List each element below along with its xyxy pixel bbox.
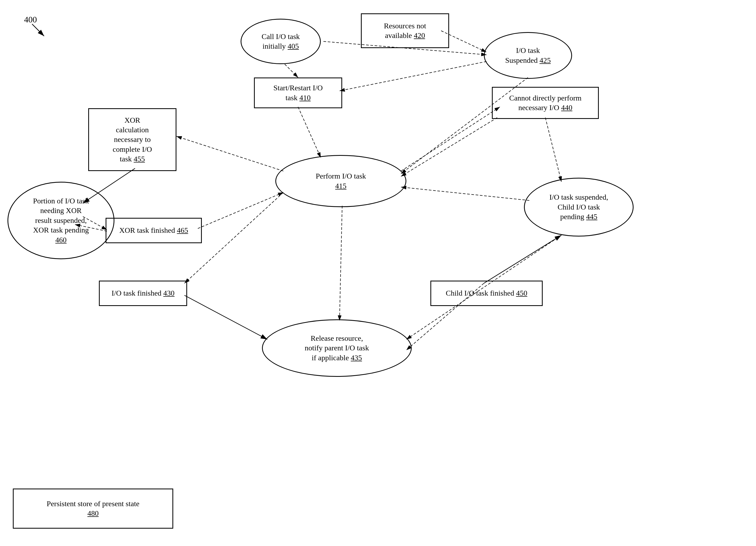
node-415: Perform I/O task415 bbox=[275, 155, 406, 207]
node-450-label: Child I/O task finished bbox=[446, 289, 516, 297]
node-405: Call I/O taskinitially 405 bbox=[241, 19, 321, 64]
node-440-ref: 440 bbox=[561, 103, 572, 112]
node-445: I/O task suspended,Child I/O taskpending… bbox=[524, 178, 634, 237]
node-430: I/O task finished 430 bbox=[99, 281, 187, 306]
node-425-label: I/O taskSuspended bbox=[505, 46, 540, 64]
svg-line-23 bbox=[484, 235, 561, 283]
svg-line-15 bbox=[198, 192, 283, 229]
svg-line-18 bbox=[184, 295, 267, 339]
node-445-label: I/O task suspended,Child I/O taskpending bbox=[549, 193, 608, 221]
node-415-label: Perform I/O task bbox=[316, 172, 366, 180]
node-465-label: XOR task finished bbox=[119, 226, 177, 234]
node-440: Cannot directly performnecessary I/O 440 bbox=[492, 87, 599, 119]
node-450-ref: 450 bbox=[516, 289, 527, 297]
node-435-ref: 435 bbox=[351, 354, 362, 362]
node-465: XOR task finished 465 bbox=[106, 218, 202, 243]
node-455-label: XORcalculationnecessary tocomplete I/Ota… bbox=[113, 116, 152, 163]
label-400: 400 bbox=[24, 15, 37, 25]
node-460: Portion of I/O taskneeding XORresult sus… bbox=[7, 182, 114, 259]
svg-line-17 bbox=[340, 206, 342, 321]
svg-line-11 bbox=[545, 118, 561, 182]
node-420: Resources notavailable 420 bbox=[361, 13, 449, 48]
node-435: Release resource,notify parent I/O taski… bbox=[262, 319, 412, 377]
svg-line-22 bbox=[401, 187, 529, 200]
node-430-label: I/O task finished bbox=[111, 289, 163, 297]
node-460-ref: 460 bbox=[55, 236, 67, 244]
node-455-ref: 455 bbox=[134, 155, 145, 163]
svg-line-5 bbox=[285, 64, 298, 78]
svg-line-16 bbox=[176, 136, 283, 171]
node-420-ref: 420 bbox=[414, 31, 425, 40]
node-425: I/O taskSuspended 425 bbox=[484, 32, 572, 79]
node-465-ref: 465 bbox=[177, 226, 188, 234]
svg-line-7 bbox=[298, 107, 321, 158]
node-480-label: Persistent store of present state bbox=[47, 499, 140, 508]
node-450: Child I/O task finished 450 bbox=[430, 281, 543, 306]
diagram: 400 bbox=[0, 0, 756, 546]
node-415-ref: 415 bbox=[335, 182, 346, 190]
node-445-ref: 445 bbox=[586, 212, 597, 221]
node-405-ref: 405 bbox=[288, 42, 299, 50]
arrows-overlay bbox=[0, 0, 756, 546]
node-480: Persistent store of present state480 bbox=[13, 489, 173, 529]
node-460-label: Portion of I/O taskneeding XORresult sus… bbox=[33, 197, 89, 234]
node-425-ref: 425 bbox=[539, 56, 551, 64]
node-410-label: Start/Restart I/Otask bbox=[273, 84, 323, 102]
node-410: Start/Restart I/Otask 410 bbox=[254, 78, 342, 108]
node-480-ref: 480 bbox=[87, 509, 99, 517]
node-455: XORcalculationnecessary tocomplete I/Ota… bbox=[88, 108, 176, 171]
node-430-ref: 430 bbox=[163, 289, 175, 297]
node-410-ref: 410 bbox=[299, 94, 311, 102]
svg-line-10 bbox=[401, 118, 497, 176]
svg-line-12 bbox=[401, 107, 500, 171]
svg-line-6 bbox=[340, 61, 487, 91]
svg-line-2 bbox=[32, 24, 44, 36]
